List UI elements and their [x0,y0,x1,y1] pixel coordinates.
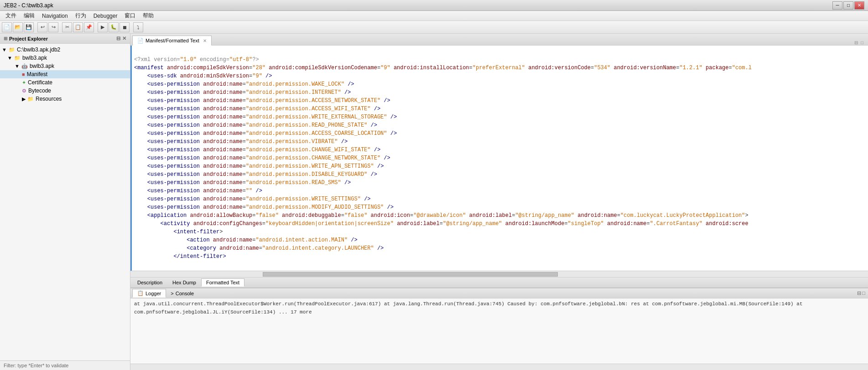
editor-h-scrollbar[interactable] [130,271,868,277]
menu-action[interactable]: 行为 [72,11,90,21]
tab-max-icon[interactable]: □ [860,40,864,45]
console-icon: > [171,291,173,296]
logger-controls: ⊟ □ [857,290,866,296]
minimize-button[interactable]: ─ [832,1,842,10]
explorer-header: ⊞ Project Explorer ⊟ ✕ [0,34,130,44]
tab-hex-dump[interactable]: Hex Dump [167,278,201,287]
folder-icon: 📁 [14,55,21,61]
console-label: Console [176,291,194,296]
bytecode-icon: ⚙ [22,88,26,94]
toolbar-btn-stop[interactable]: ⏹ [120,22,130,32]
expand-icon: ▶ [22,96,26,102]
menu-edit[interactable]: 编辑 [20,11,38,21]
cert-icon: ✦ [22,80,26,86]
menu-window[interactable]: 窗口 [121,11,139,21]
main-layout: ⊞ Project Explorer ⊟ ✕ ▼ 📁 C:\bwlb3.apk.… [0,34,868,370]
toolbar-btn-run[interactable]: ▶ [98,22,108,32]
log-line-2: at java.lang.Thread.run(Thread.java:745) [384,301,504,307]
expand-icon: ▼ [7,55,12,61]
title-text: JEB2 - C:\bwlb3.apk [4,2,53,9]
expand-icon: ▼ [2,47,7,52]
menu-debugger[interactable]: Debugger [90,12,121,20]
explorer-icon: ⊞ [4,36,7,41]
logger-tab-bar: 📋 Logger > Console ⊟ □ [130,288,868,298]
tree-label: bwlb3.apk [30,63,54,69]
toolbar-btn-open[interactable]: 📂 [13,22,23,32]
maximize-button[interactable]: □ [843,1,853,10]
logger-content: at java.util.concurrent.ThreadPoolExecut… [130,298,868,364]
logger-max-icon[interactable]: □ [862,290,865,296]
logger-panel: 📋 Logger > Console ⊟ □ at java.util.conc… [130,288,868,370]
bottom-layout: 📋 Logger > Console ⊟ □ at java.util.conc… [130,288,868,370]
explorer-tree: ▼ 📁 C:\bwlb3.apk.jdb2 ▼ 📁 bwlb3.apk ▼ 🤖 … [0,44,130,360]
filter-label: Filter: type *Enter* to validate [4,363,68,368]
project-explorer-panel: ⊞ Project Explorer ⊟ ✕ ▼ 📁 C:\bwlb3.apk.… [0,34,130,370]
editor-accent-border [130,46,132,271]
editor-tab-manifest[interactable]: 📄 Manifest/Formatted Text ✕ [132,36,212,46]
toolbar: 📄 📂 💾 ↩ ↪ ✂ 📋 📌 ▶ 🐛 ⏹ ⤵ [0,21,868,34]
editor-tab-bar: 📄 Manifest/Formatted Text ✕ ⊟ □ [130,34,868,46]
tab-label: Manifest/Formatted Text [146,38,199,43]
tab-formatted-text[interactable]: Formatted Text [201,278,244,287]
tab-console[interactable]: > Console [166,290,198,297]
tree-label: Certificate [28,79,52,86]
expand-icon: ▼ [15,63,20,69]
logger-icon: 📋 [137,290,144,296]
toolbar-btn-new[interactable]: 📄 [2,22,12,32]
toolbar-btn-step[interactable]: ⤵ [133,22,143,32]
tree-item-bytecode[interactable]: ⚙ Bytecode [0,87,130,95]
tab-logger[interactable]: 📋 Logger [132,289,166,298]
bottom-tab-bar: Description Hex Dump Formatted Text [130,277,868,288]
title-controls: ─ □ ✕ [832,1,864,10]
folder-icon: 📁 [9,47,15,53]
tree-item-manifest[interactable]: ■ Manifest [0,70,130,78]
toolbar-btn-cut[interactable]: ✂ [62,22,72,32]
log-line-1: at java.util.concurrent.ThreadPoolExecut… [134,301,381,307]
title-bar: JEB2 - C:\bwlb3.apk ─ □ ✕ [0,0,868,11]
toolbar-btn-copy[interactable]: 📋 [73,22,83,32]
manifest-icon: ■ [22,72,25,77]
tree-label: Resources [36,96,62,102]
menu-navigation[interactable]: Navigation [38,12,72,20]
menu-file[interactable]: 文件 [2,11,20,21]
tab-icon: 📄 [137,38,144,44]
logger-min-icon[interactable]: ⊟ [857,290,861,296]
explorer-title: Project Explorer [9,36,48,41]
tree-item-resources[interactable]: ▶ 📁 Resources [0,95,130,103]
tab-description[interactable]: Description [132,278,167,287]
right-panel: 📄 Manifest/Formatted Text ✕ ⊟ □ <?xml ve… [130,34,868,370]
folder-icon: 📁 [27,96,34,102]
toolbar-btn-undo[interactable]: ↩ [37,22,47,32]
tree-item-root[interactable]: ▼ 📁 C:\bwlb3.apk.jdb2 [0,46,130,54]
toolbar-btn-save[interactable]: 💾 [24,22,34,32]
log-line-3: Caused by: com.pnfsoftware.jebglobal.bN:… [508,301,640,307]
tab-close-button[interactable]: ✕ [203,38,207,43]
menu-bar: 文件 编辑 Navigation 行为 Debugger 窗口 帮助 [0,11,868,21]
toolbar-btn-paste[interactable]: 📌 [84,22,94,32]
tree-label: bwlb3.apk [22,55,47,61]
tree-item-apk[interactable]: ▼ 🤖 bwlb3.apk [0,62,130,70]
explorer-collapse-icon[interactable]: ⊟ [116,36,120,41]
android-icon: 🤖 [21,63,28,69]
tree-item-certificate[interactable]: ✦ Certificate [0,78,130,87]
tab-min-icon[interactable]: ⊟ [853,40,859,45]
logger-h-scrollbar[interactable] [130,364,868,370]
tree-label: C:\bwlb3.apk.jdb2 [17,46,60,53]
tree-item-apk-folder[interactable]: ▼ 📁 bwlb3.apk [0,54,130,62]
tree-label: Manifest [27,71,47,77]
close-button[interactable]: ✕ [854,1,864,10]
tree-label: Bytecode [28,87,51,94]
editor-area: <?xml version="1.0" encoding="utf-8"?> <… [130,46,868,271]
log-line-4: at com.pnfsoftware.jebglobal.mi.MB(Sourc… [643,301,794,307]
toolbar-btn-debug[interactable]: 🐛 [109,22,119,32]
menu-help[interactable]: 帮助 [139,11,157,21]
log-line-6: ... 17 more [279,309,312,315]
filter-bar: Filter: type *Enter* to validate [0,360,130,370]
code-editor[interactable]: <?xml version="1.0" encoding="utf-8"?> <… [130,46,868,271]
editor-tab-controls: ⊟ □ [853,40,866,45]
toolbar-btn-redo[interactable]: ↪ [48,22,58,32]
explorer-close-icon[interactable]: ✕ [122,36,126,41]
logger-label: Logger [146,291,161,296]
